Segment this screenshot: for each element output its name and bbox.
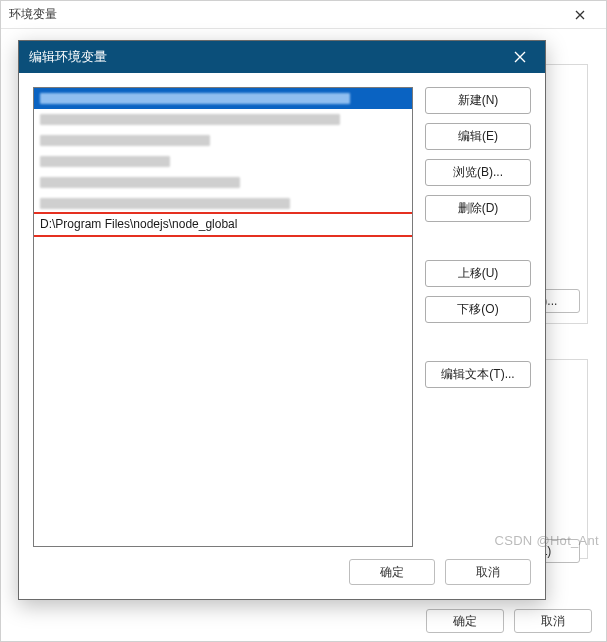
dialog-title: 编辑环境变量 <box>29 48 107 66</box>
parent-ok-button[interactable]: 确定 <box>426 609 504 633</box>
dialog-footer: 确定 取消 <box>19 555 545 599</box>
parent-cancel-button[interactable]: 取消 <box>514 609 592 633</box>
move-down-button[interactable]: 下移(O) <box>425 296 531 323</box>
parent-titlebar: 环境变量 <box>1 1 606 29</box>
list-item[interactable] <box>34 109 412 130</box>
list-item[interactable] <box>34 88 412 109</box>
edit-text-button[interactable]: 编辑文本(T)... <box>425 361 531 388</box>
parent-footer: 确定 取消 <box>426 609 592 633</box>
delete-button[interactable]: 删除(D) <box>425 195 531 222</box>
ok-button[interactable]: 确定 <box>349 559 435 585</box>
path-listbox[interactable]: D:\Program Files\nodejs\node_global <box>33 87 413 547</box>
edit-button[interactable]: 编辑(E) <box>425 123 531 150</box>
new-button[interactable]: 新建(N) <box>425 87 531 114</box>
list-item[interactable] <box>34 151 412 172</box>
move-up-button[interactable]: 上移(U) <box>425 260 531 287</box>
edit-env-var-dialog: 编辑环境变量 D:\Program Files\nodejs\node_glob… <box>18 40 546 600</box>
list-item[interactable] <box>34 172 412 193</box>
close-icon[interactable] <box>505 41 535 73</box>
dialog-button-column: 新建(N) 编辑(E) 浏览(B)... 删除(D) 上移(U) 下移(O) 编… <box>425 87 531 547</box>
dialog-titlebar: 编辑环境变量 <box>19 41 545 73</box>
list-item[interactable] <box>34 130 412 151</box>
browse-button[interactable]: 浏览(B)... <box>425 159 531 186</box>
list-item[interactable] <box>34 193 412 214</box>
list-item[interactable]: D:\Program Files\nodejs\node_global <box>34 214 412 235</box>
parent-title: 环境变量 <box>9 6 57 23</box>
dialog-body: D:\Program Files\nodejs\node_global 新建(N… <box>19 73 545 555</box>
close-icon[interactable] <box>562 1 598 29</box>
cancel-button[interactable]: 取消 <box>445 559 531 585</box>
